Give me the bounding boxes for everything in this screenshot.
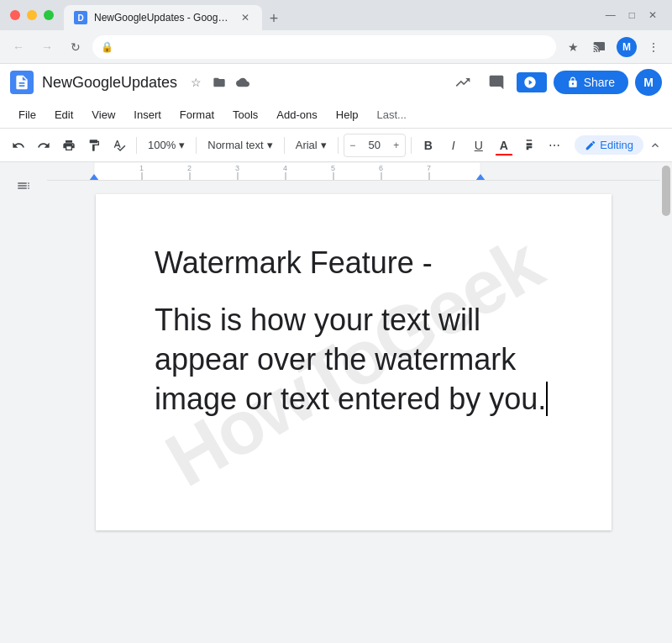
new-tab-btn[interactable]: + <box>262 7 286 30</box>
menu-last[interactable]: Last... <box>369 105 415 124</box>
font-value: Arial <box>296 139 318 151</box>
format-toolbar: 100% ▾ Normal text ▾ Arial ▾ − 50 + B I … <box>0 128 672 161</box>
document-heading[interactable]: Watermark Feature - <box>155 245 553 281</box>
chrome-titlebar: D NewGoogleUpdates - Google D... ✕ + — □… <box>0 0 672 30</box>
scrollbar-thumb[interactable] <box>662 166 670 216</box>
share-button[interactable]: Share <box>554 71 628 94</box>
highlight-button[interactable] <box>517 134 541 157</box>
cast-icon[interactable] <box>588 35 612 59</box>
font-size-value[interactable]: 50 <box>361 139 388 151</box>
address-bar: ← → ↻ 🔒 ★ M ⋮ <box>0 30 672 64</box>
font-size-control: − 50 + <box>344 134 406 157</box>
text-cursor <box>546 382 548 416</box>
paint-format-button[interactable] <box>82 134 106 157</box>
back-button[interactable]: ← <box>7 35 30 59</box>
bold-button[interactable]: B <box>417 134 440 157</box>
underline-button[interactable]: U <box>467 134 491 157</box>
svg-text:2: 2 <box>187 164 192 172</box>
menu-file[interactable]: File <box>10 105 45 124</box>
separator-1 <box>136 137 137 154</box>
tabs-area: D NewGoogleUpdates - Google D... ✕ + <box>64 0 591 30</box>
color-a-label: A <box>500 139 508 152</box>
underline-label: U <box>475 139 483 152</box>
zoom-chevron: ▾ <box>179 139 185 151</box>
tab-favicon: D <box>74 11 87 24</box>
window-close-btn[interactable] <box>10 10 20 20</box>
print-button[interactable] <box>57 134 81 157</box>
window-minimize-btn[interactable] <box>27 10 37 20</box>
document-page[interactable]: HowToGeek Watermark Feature - This is ho… <box>96 194 612 530</box>
cloud-icon[interactable] <box>233 72 253 92</box>
folder-icon[interactable] <box>209 72 229 92</box>
text-color-button[interactable]: A <box>492 134 516 157</box>
present-button[interactable] <box>517 72 547 92</box>
menu-tools[interactable]: Tools <box>224 105 266 124</box>
separator-5 <box>411 137 412 154</box>
window-controls <box>0 10 64 20</box>
star-icon[interactable]: ☆ <box>186 72 206 92</box>
menu-bar: File Edit View Insert Format Tools Add-o… <box>0 101 672 128</box>
profile-avatar[interactable]: M <box>615 35 638 59</box>
window-close-icon[interactable]: ✕ <box>643 8 662 23</box>
font-dropdown[interactable]: Arial ▾ <box>290 134 333 157</box>
style-dropdown[interactable]: Normal text ▾ <box>202 134 278 157</box>
document-container: 1 2 3 4 5 6 7 <box>0 162 672 643</box>
svg-text:1: 1 <box>139 164 144 172</box>
right-scrollbar[interactable] <box>660 162 672 643</box>
menu-insert[interactable]: Insert <box>125 105 170 124</box>
lock-icon: 🔒 <box>101 41 113 53</box>
menu-format[interactable]: Format <box>171 105 223 124</box>
menu-help[interactable]: Help <box>328 105 367 124</box>
separator-2 <box>196 137 197 154</box>
font-chevron: ▾ <box>321 139 327 151</box>
outline-icon[interactable] <box>10 172 37 199</box>
bold-label: B <box>424 139 433 152</box>
page-scroll[interactable]: HowToGeek Watermark Feature - This is ho… <box>47 181 660 643</box>
comment-icon[interactable] <box>483 69 510 96</box>
search-icon[interactable]: ★ <box>561 35 585 59</box>
undo-button[interactable] <box>7 134 30 157</box>
spell-check-button[interactable] <box>108 134 131 157</box>
edit-label: Editing <box>600 139 633 151</box>
italic-button[interactable]: I <box>442 134 465 157</box>
window-restore-icon[interactable]: □ <box>624 8 640 23</box>
chrome-window-controls: — □ ✕ <box>591 8 672 23</box>
menu-addons[interactable]: Add-ons <box>268 105 325 124</box>
redo-button[interactable] <box>32 134 55 157</box>
collapse-toolbar-button[interactable] <box>645 135 665 155</box>
edit-mode-button[interactable]: Editing <box>575 135 643 155</box>
chrome-menu-icon[interactable]: ⋮ <box>642 35 665 59</box>
font-size-minus[interactable]: − <box>344 134 361 157</box>
docs-logo[interactable] <box>10 71 34 94</box>
style-chevron: ▾ <box>267 139 273 151</box>
left-panel <box>0 162 47 643</box>
active-tab[interactable]: D NewGoogleUpdates - Google D... ✕ <box>64 5 262 30</box>
user-avatar[interactable]: M <box>635 69 662 96</box>
menu-edit[interactable]: Edit <box>46 105 81 124</box>
svg-text:4: 4 <box>283 164 287 172</box>
window-maximize-btn[interactable] <box>44 10 54 20</box>
svg-text:7: 7 <box>427 164 431 172</box>
docs-title[interactable]: NewGoogleUpdates <box>42 74 177 92</box>
body-text: This is how your text will appear over t… <box>155 303 546 416</box>
font-size-plus[interactable]: + <box>388 134 405 157</box>
tab-close-btn[interactable]: ✕ <box>239 11 252 24</box>
docs-header: NewGoogleUpdates ☆ Share <box>0 64 672 162</box>
tab-label: NewGoogleUpdates - Google D... <box>94 12 228 24</box>
more-label: ⋯ <box>549 139 560 152</box>
ruler-area: 1 2 3 4 5 6 7 <box>47 162 660 643</box>
more-options-button[interactable]: ⋯ <box>543 134 566 157</box>
style-value: Normal text <box>207 139 263 151</box>
separator-4 <box>338 137 339 154</box>
trend-icon[interactable] <box>449 69 476 96</box>
menu-view[interactable]: View <box>83 105 123 124</box>
document-body[interactable]: This is how your text will appear over t… <box>155 301 553 419</box>
reload-button[interactable]: ↻ <box>64 35 87 59</box>
zoom-dropdown[interactable]: 100% ▾ <box>142 134 191 157</box>
forward-button[interactable]: → <box>35 35 59 59</box>
ruler-svg: 1 2 3 4 5 6 7 <box>47 162 660 181</box>
url-bar[interactable]: 🔒 <box>92 35 556 59</box>
docs-title-bar: NewGoogleUpdates ☆ Share <box>0 64 672 101</box>
window-minimize-icon[interactable]: — <box>601 8 621 23</box>
zoom-value: 100% <box>148 139 176 151</box>
